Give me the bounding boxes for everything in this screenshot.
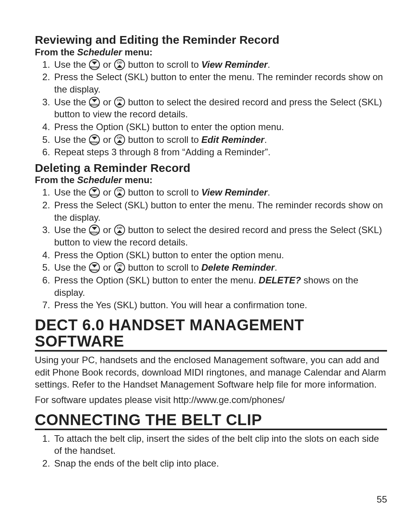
from-prefix: From the (35, 47, 77, 57)
text: Use the (54, 59, 89, 70)
text: button to scroll to (125, 187, 201, 197)
list-item: Use the or button to scroll to View Remi… (53, 186, 387, 199)
paragraph: Using your PC, handsets and the enclosed… (35, 354, 387, 391)
text: . (275, 262, 278, 273)
list-item: Use the or button to scroll to Delete Re… (53, 261, 387, 274)
heading-delete: Deleting a Reminder Record (35, 161, 387, 175)
text: button to scroll to (125, 134, 201, 145)
edit-reminder-label: Edit Reminder (201, 134, 264, 145)
scheduler-menu-name: Scheduler (77, 175, 122, 185)
text: button to scroll to (125, 59, 201, 70)
text: or (100, 134, 114, 145)
text: or (100, 187, 114, 197)
list-item: Use the or button to scroll to View Remi… (53, 58, 387, 71)
list-item: Use the or button to select the desired … (53, 224, 387, 248)
redial-down-icon (89, 97, 100, 108)
text: Use the (54, 187, 89, 197)
cid-up-icon (114, 262, 125, 273)
list-item: Press the Option (SKL) button to enter t… (53, 121, 387, 133)
cid-up-icon (114, 187, 125, 198)
list-item: Use the or button to scroll to Edit Remi… (53, 134, 387, 146)
redial-down-icon (89, 59, 100, 70)
list-item: To attach the belt clip, insert the side… (53, 432, 387, 457)
text: or (100, 262, 114, 273)
cid-up-icon (114, 134, 125, 145)
list-item: Snap the ends of the belt clip into plac… (53, 457, 387, 470)
text: . (264, 134, 267, 145)
list-item: Press the Select (SKL) button to enter t… (53, 199, 387, 223)
text: Use the (54, 262, 89, 273)
delete-prompt: DELETE? (259, 275, 301, 285)
subheading-from-scheduler-1: From the Scheduler menu: (35, 47, 387, 58)
paragraph: For software updates please visit http:/… (35, 394, 387, 406)
heading-review-edit: Reviewing and Editing the Reminder Recor… (35, 33, 387, 47)
text: Use the (54, 97, 89, 107)
scheduler-menu-name: Scheduler (77, 47, 122, 57)
text: . (267, 59, 270, 70)
list-item: Use the or button to select the desired … (53, 96, 387, 120)
beltclip-steps-list: To attach the belt clip, insert the side… (35, 432, 387, 470)
from-suffix: menu: (122, 175, 152, 185)
list-item: Press the Yes (SKL) button. You will hea… (53, 299, 387, 311)
page-number: 55 (377, 494, 387, 505)
heading-belt-clip: CONNECTING THE BELT CLIP (35, 412, 387, 430)
from-prefix: From the (35, 175, 77, 185)
review-steps-list: Use the or button to scroll to View Remi… (35, 58, 387, 158)
redial-down-icon (89, 187, 100, 198)
view-reminder-label: View Reminder (201, 59, 267, 70)
list-item: Press the Select (SKL) button to enter t… (53, 71, 387, 95)
heading-dect-software: DECT 6.0 HANDSET MANAGEMENT SOFTWARE (35, 317, 387, 352)
text: or (100, 59, 114, 70)
cid-up-icon (114, 225, 125, 235)
delete-steps-list: Use the or button to scroll to View Remi… (35, 186, 387, 311)
text: Use the (54, 225, 89, 235)
text: Use the (54, 134, 89, 145)
text: or (100, 225, 114, 235)
list-item: Press the Option (SKL) button to enter t… (53, 249, 387, 261)
from-suffix: menu: (122, 47, 152, 57)
text: button to scroll to (125, 262, 201, 273)
text: Press the Option (SKL) button to enter t… (54, 275, 259, 285)
text: . (267, 187, 270, 197)
cid-up-icon (114, 97, 125, 108)
list-item: Press the Option (SKL) button to enter t… (53, 274, 387, 299)
redial-down-icon (89, 262, 100, 273)
cid-up-icon (114, 59, 125, 70)
redial-down-icon (89, 225, 100, 235)
redial-down-icon (89, 134, 100, 145)
subheading-from-scheduler-2: From the Scheduler menu: (35, 175, 387, 185)
view-reminder-label: View Reminder (201, 187, 267, 197)
list-item: Repeat steps 3 through 8 from “Adding a … (53, 146, 387, 158)
text: or (100, 97, 114, 107)
delete-reminder-label: Delete Reminder (201, 262, 274, 273)
